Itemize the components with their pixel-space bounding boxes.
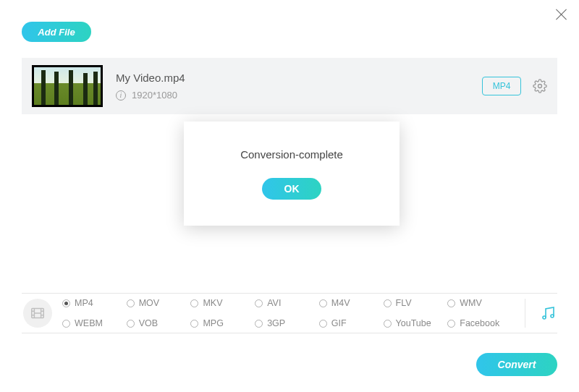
audio-category-icon[interactable]	[538, 304, 557, 322]
format-option-webm[interactable]: WEBM	[62, 318, 127, 328]
format-option-mpg[interactable]: MPG	[190, 318, 255, 328]
radio-icon	[384, 320, 392, 328]
format-grid: MP4MOVMKVAVIM4VFLVWMVWEBMVOBMPG3GPGIFYou…	[62, 296, 512, 331]
close-icon[interactable]	[554, 7, 569, 22]
radio-icon	[127, 320, 135, 328]
radio-icon	[62, 320, 70, 328]
format-option-flv[interactable]: FLV	[384, 298, 448, 308]
format-option-youtube[interactable]: YouTube	[384, 318, 448, 328]
svg-point-10	[551, 315, 554, 318]
video-category-icon[interactable]	[23, 299, 52, 328]
conversion-complete-dialog: Conversion-complete OK	[184, 122, 400, 226]
dialog-message: Conversion-complete	[240, 148, 343, 161]
format-label: WMV	[460, 298, 482, 308]
format-option-gif[interactable]: GIF	[319, 318, 384, 328]
format-label: MKV	[203, 298, 222, 308]
radio-icon	[384, 299, 392, 307]
radio-icon	[447, 320, 455, 328]
radio-icon	[190, 299, 198, 307]
file-name: My Video.mp4	[116, 72, 482, 84]
format-label: WEBM	[75, 318, 103, 328]
radio-icon	[62, 299, 70, 307]
radio-icon	[319, 320, 327, 328]
format-label: YouTube	[396, 318, 431, 328]
format-label: FLV	[396, 298, 412, 308]
radio-icon	[255, 299, 263, 307]
format-option-3gp[interactable]: 3GP	[255, 318, 319, 328]
format-option-facebook[interactable]: Facebook	[447, 318, 512, 328]
radio-icon	[255, 320, 263, 328]
svg-point-9	[543, 316, 546, 319]
format-option-avi[interactable]: AVI	[255, 298, 319, 308]
video-thumbnail[interactable]	[32, 65, 103, 107]
radio-icon	[447, 299, 455, 307]
radio-icon	[127, 299, 135, 307]
format-label: MOV	[139, 298, 159, 308]
svg-point-0	[538, 85, 542, 88]
file-meta: My Video.mp4 i 1920*1080	[116, 72, 482, 101]
format-panel: MP4MOVMKVAVIM4VFLVWMVWEBMVOBMPG3GPGIFYou…	[22, 293, 557, 333]
format-option-mov[interactable]: MOV	[127, 298, 191, 308]
format-label: 3GP	[267, 318, 285, 328]
format-label: MPG	[203, 318, 223, 328]
format-label: Facebook	[460, 318, 499, 328]
format-option-mkv[interactable]: MKV	[190, 298, 255, 308]
format-label: GIF	[331, 318, 347, 328]
output-format-badge[interactable]: MP4	[482, 77, 521, 95]
format-label: M4V	[331, 298, 350, 308]
format-label: VOB	[139, 318, 158, 328]
format-option-vob[interactable]: VOB	[127, 318, 191, 328]
convert-button[interactable]: Convert	[476, 353, 557, 376]
add-file-button[interactable]: Add File	[22, 22, 91, 42]
file-resolution: 1920*1080	[132, 90, 177, 101]
format-option-m4v[interactable]: M4V	[319, 298, 384, 308]
gear-icon[interactable]	[533, 79, 547, 93]
radio-icon	[319, 299, 327, 307]
radio-icon	[190, 320, 198, 328]
file-row: My Video.mp4 i 1920*1080 MP4	[22, 58, 557, 114]
info-icon[interactable]: i	[116, 90, 126, 101]
format-label: AVI	[267, 298, 281, 308]
format-option-wmv[interactable]: WMV	[447, 298, 512, 308]
format-label: MP4	[75, 298, 93, 308]
format-option-mp4[interactable]: MP4	[62, 298, 127, 308]
ok-button[interactable]: OK	[262, 178, 321, 200]
panel-divider	[525, 299, 525, 328]
